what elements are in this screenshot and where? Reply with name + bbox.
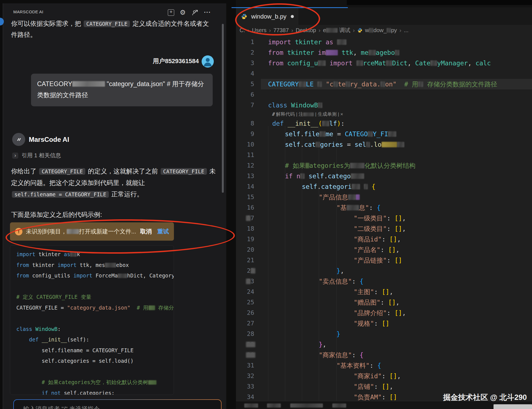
breadcrumb-desktop[interactable]: Desktop bbox=[296, 27, 316, 34]
chat-code-line: if not self.categories: bbox=[16, 388, 174, 395]
python-file-icon-small bbox=[357, 28, 363, 33]
chat-code-lines: import tkinter askfrom tkinter import tt… bbox=[16, 249, 174, 395]
code-line-19: 19"商品id": [], bbox=[236, 234, 532, 245]
more-actions-icon[interactable]: ··· bbox=[204, 9, 211, 16]
blurred-panel-tab[interactable] bbox=[290, 403, 323, 408]
warning-icon: ! bbox=[15, 228, 22, 235]
code-line-7: 7class WindowB bbox=[236, 100, 532, 110]
breadcrumb: C:› Users› 77387› Desktop› e 调试› wdow_py… bbox=[240, 26, 408, 34]
bottom-right-light-box bbox=[494, 404, 532, 409]
active-tab-accent-line bbox=[232, 7, 348, 8]
code-line-13: 13if n self.catego bbox=[236, 171, 532, 181]
chat-code-line: # 定义 CATEGORY_FILE 变量 bbox=[16, 292, 174, 302]
chat-code-line: class WindowB: bbox=[16, 324, 174, 335]
code-line-33: 33"店铺": [], bbox=[236, 381, 532, 392]
codelens-actions[interactable]: //解释代码 | 注 | 生成单测 | × bbox=[272, 110, 532, 118]
breadcrumb-file[interactable]: wdow_py bbox=[365, 27, 397, 34]
chat-code-block: import tkinter askfrom tkinter import tt… bbox=[10, 245, 174, 395]
share-person-icon[interactable] bbox=[191, 9, 199, 16]
tab-window-b-py[interactable]: window_b.py bbox=[236, 8, 298, 25]
chevron-sep-icon: › bbox=[318, 27, 320, 34]
chat-code-line: import tkinter ask bbox=[16, 249, 174, 260]
chevron-sep-icon: › bbox=[399, 27, 401, 34]
chat-code-line: def __init__(self): bbox=[16, 334, 174, 345]
chat-input-placeholder: 输入消息或者 "/" 来选择指令 bbox=[23, 405, 100, 409]
code-line-17: 17"一级类目": [], bbox=[236, 213, 532, 223]
code-line-20: 20"产品名": [], bbox=[236, 245, 532, 255]
code-line-1: 1import tkinter as bbox=[236, 37, 532, 47]
code-line-21: 21"产品链接": [] bbox=[236, 255, 532, 266]
code-line-26: 26"品牌介绍": [], bbox=[236, 308, 532, 318]
blurred-panel-tab[interactable] bbox=[332, 403, 346, 408]
chat-code-line: # 如果categories为空，初始化默认分类树 bbox=[16, 377, 174, 388]
settings-gear-icon[interactable]: ⚙ bbox=[180, 9, 186, 16]
chat-code-line bbox=[16, 366, 174, 377]
code-line-9: 9self.fileme = CATEGOY_FI bbox=[236, 129, 532, 139]
code-line-4: 4 bbox=[236, 68, 532, 79]
censored-text bbox=[67, 229, 79, 234]
breadcrumb-users[interactable]: Users bbox=[252, 27, 266, 34]
retry-button[interactable]: 重试 bbox=[157, 228, 169, 235]
cancel-button[interactable]: 取消 bbox=[140, 228, 152, 235]
user-avatar bbox=[202, 55, 214, 68]
unsaved-dot-icon[interactable] bbox=[291, 15, 294, 18]
code-line-11: 11 bbox=[236, 150, 532, 160]
breadcrumb-user-id[interactable]: 77387 bbox=[273, 27, 289, 34]
chat-code-line: self.categories = self.load() bbox=[16, 356, 174, 366]
chevron-sep-icon: › bbox=[248, 27, 250, 34]
breadcrumb-folder[interactable]: e 调试 bbox=[323, 27, 350, 34]
editor-top-black-bar bbox=[347, 0, 532, 5]
reference-label: 引用 1 相关信息 bbox=[22, 152, 61, 159]
chat-code-line: from config_utils import ForceMahDict, C… bbox=[16, 270, 174, 281]
editor-code-area[interactable]: 1import tkinter as 2from tkinter im ttk,… bbox=[236, 37, 532, 402]
code-line-30: 30"商家信息": { bbox=[236, 350, 532, 360]
chevron-right-icon[interactable]: › bbox=[12, 153, 18, 159]
code-line-23: 23"卖点信息": { bbox=[236, 276, 532, 287]
breadcrumb-more[interactable]: ... bbox=[404, 27, 408, 34]
code-line-3: 3from config_u import rceMatDict, CateyM… bbox=[236, 58, 532, 68]
code-line-15: 15"产品信息 bbox=[236, 192, 532, 202]
watermark: 掘金技术社区 @ 北斗290 bbox=[443, 392, 527, 402]
tab-label: window_b.py bbox=[251, 13, 286, 20]
chevron-sep-icon: › bbox=[269, 27, 271, 34]
assistant-answer-text: 你给出了 CATEGORY_FILE 的定义，这就解决了之前 CATEGORY_… bbox=[11, 166, 220, 200]
reference-toggle[interactable]: › 引用 1 相关信息 bbox=[12, 152, 61, 159]
code-line-32: 32"商家id": [], bbox=[236, 371, 532, 381]
chat-code-line bbox=[16, 281, 174, 292]
chat-code-line: from tkinter import ttk, mesebox bbox=[16, 260, 174, 271]
code-line-14: 14self.categori { bbox=[236, 181, 532, 192]
example-label: 下面是添加定义之后的代码示例: bbox=[11, 209, 205, 220]
code-line-6: 6 bbox=[236, 89, 532, 100]
code-line-27: 27"规格": [] bbox=[236, 318, 532, 329]
assistant-name: MarsCode AI bbox=[29, 136, 69, 143]
chat-toolbar: ⚙ ··· bbox=[168, 8, 211, 17]
project-warning-banner: ! 未识别到项目，打开或新建一个文件... 取消 重试 bbox=[10, 222, 174, 241]
code-line-12: 12# 如果ategories为化默认分类树结构 bbox=[236, 160, 532, 171]
chat-code-line bbox=[16, 313, 174, 324]
code-line-2: 2from tkinter im ttk, meagebo bbox=[236, 47, 532, 58]
code-line-24: 24"主图": [], bbox=[236, 287, 532, 297]
code-line-10: 10self.catgories = sel.lo bbox=[236, 139, 532, 150]
screenshot-root: { "colors":{"accent_blue":"#2b7cd9","ann… bbox=[0, 0, 532, 409]
code-line-29: 29}, bbox=[236, 339, 532, 350]
chat-input-border: 输入消息或者 "/" 来选择指令 bbox=[13, 399, 222, 409]
code-line-31: 31"基本资料": { bbox=[236, 360, 532, 371]
code-line-5: 5CATEGORYLE "ctery_data.on" # 用 存储分类数据的文… bbox=[236, 79, 532, 89]
new-chat-icon[interactable] bbox=[168, 9, 174, 16]
marscode-logo-icon bbox=[12, 133, 25, 146]
blurred-panel-tab[interactable] bbox=[244, 403, 258, 408]
breadcrumb-drive[interactable]: C: bbox=[240, 27, 245, 34]
code-line-16: 16"基息": { bbox=[236, 202, 532, 213]
chat-code-line: CATEGORY_FILE = "category_data.json" # 用… bbox=[16, 302, 174, 313]
blurred-panel-tab[interactable] bbox=[267, 403, 281, 408]
code-line-8: 8def __init__(lf): bbox=[236, 118, 532, 129]
user-name: 用户8529361584 bbox=[100, 57, 199, 65]
code-line-18: 18"二级类目": [], bbox=[236, 223, 532, 234]
chevron-sep-icon: › bbox=[353, 27, 355, 34]
code-line-28: 28} bbox=[236, 329, 532, 339]
banner-text: 未识别到项目，打开或新建一个文件... bbox=[26, 228, 136, 235]
user-message-bubble: CATEGORY "category_data.json" # 用于存储分类数据… bbox=[31, 74, 213, 106]
assistant-intro-text: 你可以依据实际需求，把 CATEGORY_FILE 定义成合适的文件名或者文件路… bbox=[11, 18, 209, 40]
chat-scrollbar[interactable] bbox=[222, 24, 224, 193]
chat-input[interactable]: 输入消息或者 "/" 来选择指令 bbox=[14, 400, 221, 409]
